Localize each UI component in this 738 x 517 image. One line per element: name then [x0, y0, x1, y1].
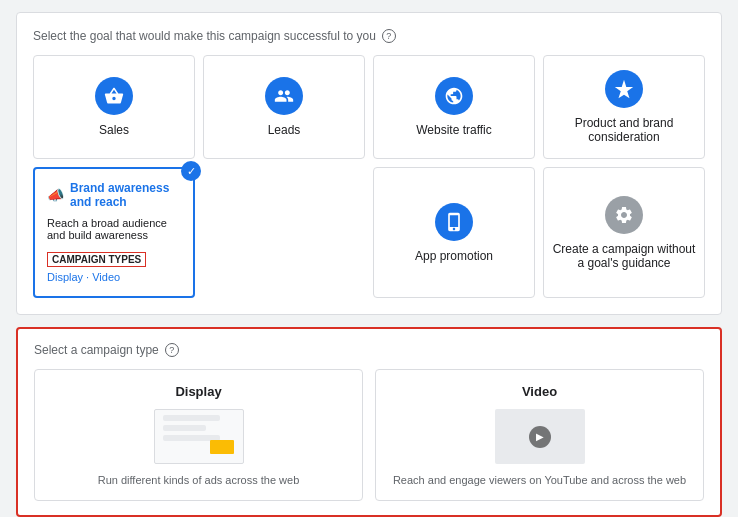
display-desc: Run different kinds of ads across the we… — [98, 474, 300, 486]
no-goal-icon — [605, 196, 643, 234]
no-goal-label: Create a campaign without a goal's guida… — [552, 242, 696, 270]
goal-card-sales[interactable]: Sales — [33, 55, 195, 159]
campaign-types-grid: Display Run different kinds of ads acros… — [34, 369, 704, 501]
video-name: Video — [522, 384, 557, 399]
goal-card-no-goal[interactable]: Create a campaign without a goal's guida… — [543, 167, 705, 298]
brand-awareness-desc: Reach a broad audience and build awarene… — [47, 217, 181, 241]
goal-card-leads[interactable]: Leads — [203, 55, 365, 159]
brand-awareness-icon: 📣 — [47, 187, 64, 203]
expanded-header: 📣 Brand awareness and reach — [47, 181, 181, 209]
video-thumbnail: ▶ — [495, 409, 585, 464]
product-brand-label: Product and brand consideration — [552, 116, 696, 144]
selected-check-badge: ✓ — [181, 161, 201, 181]
goals-row1: Sales Leads Website traffic — [33, 55, 705, 159]
goals-section-title: Select the goal that would make this cam… — [33, 29, 705, 43]
goal-card-product-brand[interactable]: Product and brand consideration — [543, 55, 705, 159]
goals-area: Sales Leads Website traffic — [33, 55, 705, 298]
website-traffic-label: Website traffic — [416, 123, 492, 137]
campaign-types-label: CAMPAIGN TYPES — [47, 252, 146, 267]
goals-row2: ✓ 📣 Brand awareness and reach Reach a br… — [33, 167, 705, 298]
row2-empty-col2 — [203, 167, 365, 298]
campaign-types-container: CAMPAIGN TYPES Display · Video — [47, 251, 181, 284]
goals-section: Select the goal that would make this cam… — [16, 12, 722, 315]
campaign-type-display[interactable]: Display Run different kinds of ads acros… — [34, 369, 363, 501]
app-promotion-label: App promotion — [415, 249, 493, 263]
goals-title-text: Select the goal that would make this cam… — [33, 29, 376, 43]
goal-card-brand-awareness[interactable]: ✓ 📣 Brand awareness and reach Reach a br… — [33, 167, 195, 298]
app-promotion-icon — [435, 203, 473, 241]
campaign-type-section: Select a campaign type ? Display Run dif… — [16, 327, 722, 517]
display-thumbnail — [154, 409, 244, 464]
goals-help-icon[interactable]: ? — [382, 29, 396, 43]
campaign-type-help-icon[interactable]: ? — [165, 343, 179, 357]
campaign-type-title-row: Select a campaign type ? — [34, 343, 704, 357]
goal-card-website-traffic[interactable]: Website traffic — [373, 55, 535, 159]
display-name: Display — [175, 384, 221, 399]
page-wrapper: Select the goal that would make this cam… — [0, 0, 738, 517]
campaign-type-video[interactable]: Video ▶ Reach and engage viewers on YouT… — [375, 369, 704, 501]
goal-card-app-promotion[interactable]: App promotion — [373, 167, 535, 298]
product-brand-icon — [605, 70, 643, 108]
leads-icon — [265, 77, 303, 115]
campaign-type-title-text: Select a campaign type — [34, 343, 159, 357]
sales-label: Sales — [99, 123, 129, 137]
brand-awareness-title: Brand awareness and reach — [70, 181, 181, 209]
website-traffic-icon — [435, 77, 473, 115]
video-desc: Reach and engage viewers on YouTube and … — [393, 474, 686, 486]
play-button-icon: ▶ — [529, 426, 551, 448]
leads-label: Leads — [268, 123, 301, 137]
campaign-types-value: Display · Video — [47, 271, 120, 283]
sales-icon — [95, 77, 133, 115]
